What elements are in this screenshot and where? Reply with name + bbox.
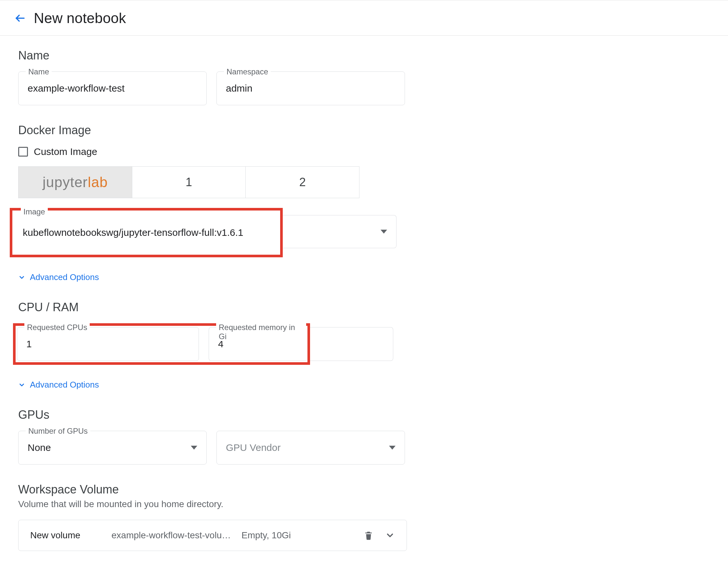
image-tab-1[interactable]: 1 xyxy=(132,167,246,198)
docker-advanced-label: Advanced Options xyxy=(30,272,99,282)
namespace-input[interactable] xyxy=(226,83,396,94)
section-workspace-volume: Workspace Volume Volume that will be mou… xyxy=(18,483,710,551)
gpu-vendor-select[interactable]: GPU Vendor xyxy=(216,431,405,465)
chevron-down-icon[interactable] xyxy=(385,530,395,540)
custom-image-label: Custom Image xyxy=(34,146,97,157)
requested-memory-field-tail xyxy=(310,327,393,361)
image-tab-jupyter[interactable]: jupyterlab xyxy=(19,167,132,198)
section-docker-image: Docker Image Custom Image jupyterlab 1 2… xyxy=(18,123,710,282)
section-cpu-ram: CPU / RAM Requested CPUs Requested memor… xyxy=(18,300,710,390)
trash-icon[interactable] xyxy=(364,530,373,541)
section-workspace-subtitle: Volume that will be mounted in you home … xyxy=(18,499,710,509)
page-header: New notebook xyxy=(0,0,728,36)
docker-advanced-options[interactable]: Advanced Options xyxy=(18,272,710,282)
namespace-field-container: Namespace xyxy=(216,71,405,105)
volume-meta: Empty, 10Gi xyxy=(242,530,352,541)
annotation-highlight-cpus: Requested CPUs Requested memory in Gi xyxy=(13,323,310,365)
back-arrow-icon[interactable] xyxy=(14,12,26,24)
requested-memory-field-container: Requested memory in Gi xyxy=(209,327,306,361)
dropdown-arrow-icon xyxy=(191,444,197,451)
annotation-highlight-image: Image kubeflownotebookswg/jupyter-tensor… xyxy=(10,208,283,257)
section-docker-title: Docker Image xyxy=(18,123,710,137)
image-select-label: Image xyxy=(21,207,48,216)
workspace-volume-row[interactable]: New volume example-workflow-test-volu… E… xyxy=(18,520,407,551)
chevron-down-icon xyxy=(18,274,25,281)
gpu-vendor-placeholder: GPU Vendor xyxy=(226,442,389,453)
requested-cpus-label: Requested CPUs xyxy=(24,323,90,332)
name-field-label: Name xyxy=(26,67,52,76)
gpu-number-label: Number of GPUs xyxy=(26,426,90,436)
dropdown-arrow-icon xyxy=(389,444,396,451)
dropdown-arrow-icon xyxy=(380,228,387,235)
custom-image-checkbox-row[interactable]: Custom Image xyxy=(18,146,710,157)
cpu-advanced-options[interactable]: Advanced Options xyxy=(18,380,710,390)
volume-name: New volume xyxy=(30,530,111,541)
chevron-down-icon xyxy=(18,381,25,388)
image-select[interactable] xyxy=(283,215,396,248)
section-gpus: GPUs Number of GPUs None GPU Vendor xyxy=(18,408,710,465)
cpu-advanced-label: Advanced Options xyxy=(30,380,99,390)
requested-cpus-field-container: Requested CPUs xyxy=(17,327,199,361)
image-select-inner: Image kubeflownotebookswg/jupyter-tensor… xyxy=(14,212,279,253)
section-name-title: Name xyxy=(18,49,710,62)
name-field-container: Name xyxy=(18,71,207,105)
requested-memory-label: Requested memory in Gi xyxy=(216,323,306,341)
section-workspace-title: Workspace Volume xyxy=(18,483,710,497)
page-title: New notebook xyxy=(34,10,126,26)
volume-path: example-workflow-test-volu… xyxy=(111,530,242,541)
section-name: Name Name Namespace xyxy=(18,49,710,105)
requested-cpus-input[interactable] xyxy=(26,338,189,350)
namespace-field-label: Namespace xyxy=(224,67,271,76)
checkbox-icon[interactable] xyxy=(18,147,28,156)
name-input[interactable] xyxy=(28,83,197,94)
gpu-number-value: None xyxy=(28,442,191,453)
jupyterlab-logo-icon: jupyterlab xyxy=(43,174,108,190)
section-cpu-title: CPU / RAM xyxy=(18,300,710,314)
image-select-value: kubeflownotebookswg/jupyter-tensorflow-f… xyxy=(23,227,270,238)
image-tab-2[interactable]: 2 xyxy=(245,167,359,198)
gpu-number-select[interactable]: Number of GPUs None xyxy=(18,431,207,465)
image-type-tabs: jupyterlab 1 2 xyxy=(18,166,359,198)
section-gpu-title: GPUs xyxy=(18,408,710,422)
